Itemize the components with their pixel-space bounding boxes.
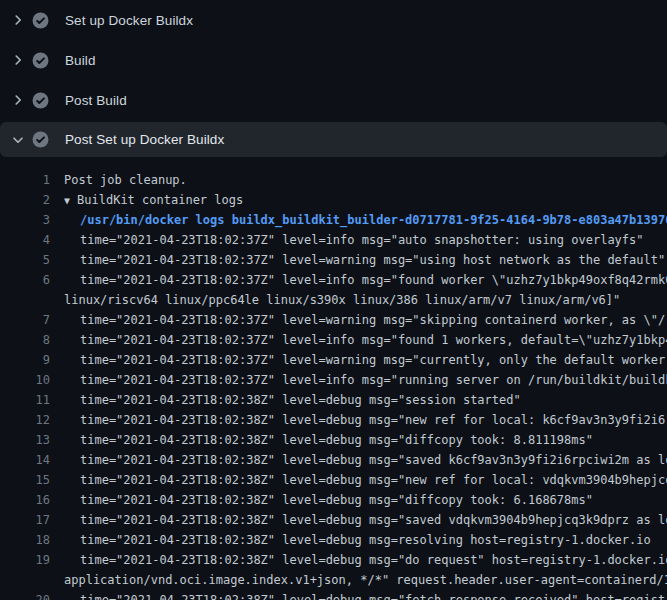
log-line-continuation: application/vnd.oci.image.index.v1+json,…	[0, 570, 667, 590]
log-line-number[interactable]: 14	[0, 450, 50, 470]
log-line-text: time="2021-04-23T18:02:38Z" level=debug …	[64, 510, 667, 530]
log-line: 15 time="2021-04-23T18:02:38Z" level=deb…	[0, 470, 667, 490]
log-line-text: time="2021-04-23T18:02:38Z" level=debug …	[64, 450, 667, 470]
log-line: 9 time="2021-04-23T18:02:37Z" level=warn…	[0, 350, 667, 370]
log-line-number[interactable]: 13	[0, 430, 50, 450]
chevron-right-icon[interactable]	[10, 52, 26, 68]
log-line-text: time="2021-04-23T18:02:38Z" level=debug …	[64, 530, 651, 550]
check-circle-icon	[32, 92, 49, 109]
chevron-down-icon[interactable]	[10, 132, 26, 148]
step-row-post-set-up-docker-buildx[interactable]: Post Set up Docker Buildx	[0, 122, 667, 157]
log-line-number[interactable]: 4	[0, 230, 50, 250]
log-line-text: time="2021-04-23T18:02:38Z" level=debug …	[64, 410, 667, 430]
step-title: Build	[65, 53, 96, 68]
log-line-number[interactable]: 3	[0, 210, 50, 230]
log-line: 1 Post job cleanup.	[0, 170, 667, 190]
log-line: 17 time="2021-04-23T18:02:38Z" level=deb…	[0, 510, 667, 530]
log-line-number[interactable]: 8	[0, 330, 50, 350]
step-title: Post Build	[65, 93, 127, 108]
log-line-number[interactable]: 2	[0, 190, 50, 210]
log-line: 2 ▼BuildKit container logs	[0, 190, 667, 210]
log-line-number[interactable]: 19	[0, 550, 50, 570]
log-line-text: time="2021-04-23T18:02:38Z" level=debug …	[64, 470, 667, 490]
log-line-number[interactable]: 18	[0, 530, 50, 550]
log-line-number[interactable]: 16	[0, 490, 50, 510]
log-line-number[interactable]: 5	[0, 250, 50, 270]
log-viewer: 1 Post job cleanup. 2 ▼BuildKit containe…	[0, 157, 667, 600]
log-line: 19 time="2021-04-23T18:02:38Z" level=deb…	[0, 550, 667, 570]
log-line: 13 time="2021-04-23T18:02:38Z" level=deb…	[0, 430, 667, 450]
log-line-number	[0, 570, 50, 590]
step-row-build[interactable]: Build	[0, 40, 667, 80]
log-line-number[interactable]: 11	[0, 390, 50, 410]
check-circle-icon	[32, 131, 49, 148]
step-row-set-up-docker-buildx[interactable]: Set up Docker Buildx	[0, 0, 667, 40]
log-line: 7 time="2021-04-23T18:02:37Z" level=warn…	[0, 310, 667, 330]
log-line-text: time="2021-04-23T18:02:38Z" level=debug …	[64, 550, 667, 570]
log-line: 8 time="2021-04-23T18:02:37Z" level=info…	[0, 330, 667, 350]
log-line-text: time="2021-04-23T18:02:38Z" level=debug …	[64, 390, 521, 410]
log-line-text: time="2021-04-23T18:02:37Z" level=warnin…	[64, 310, 667, 330]
log-line-text: application/vnd.oci.image.index.v1+json,…	[64, 570, 667, 590]
log-line-number[interactable]: 10	[0, 370, 50, 390]
triangle-down-icon[interactable]: ▼	[64, 191, 70, 210]
log-line-text: ▼BuildKit container logs	[64, 190, 243, 210]
log-line: 4 time="2021-04-23T18:02:37Z" level=info…	[0, 230, 667, 250]
log-line: 10 time="2021-04-23T18:02:37Z" level=inf…	[0, 370, 667, 390]
log-line-text: linux/riscv64 linux/ppc64le linux/s390x …	[64, 290, 620, 310]
log-line-text: time="2021-04-23T18:02:38Z" level=debug …	[64, 430, 593, 450]
log-line: 16 time="2021-04-23T18:02:38Z" level=deb…	[0, 490, 667, 510]
check-circle-icon	[32, 12, 49, 29]
log-line: 18 time="2021-04-23T18:02:38Z" level=deb…	[0, 530, 667, 550]
log-line-continuation: linux/riscv64 linux/ppc64le linux/s390x …	[0, 290, 667, 310]
step-title: Set up Docker Buildx	[65, 13, 193, 28]
log-line: 12 time="2021-04-23T18:02:38Z" level=deb…	[0, 410, 667, 430]
log-line: 20 time="2021-04-23T18:02:38Z" level=deb…	[0, 590, 667, 600]
log-line-number[interactable]: 7	[0, 310, 50, 330]
log-line-number[interactable]: 6	[0, 270, 50, 290]
chevron-right-icon[interactable]	[10, 12, 26, 28]
log-line-number[interactable]: 12	[0, 410, 50, 430]
check-circle-icon	[32, 52, 49, 69]
log-line-text: time="2021-04-23T18:02:37Z" level=warnin…	[64, 250, 665, 270]
log-line-text: time="2021-04-23T18:02:38Z" level=debug …	[64, 590, 667, 600]
log-line-text: time="2021-04-23T18:02:37Z" level=info m…	[64, 230, 644, 250]
log-line-text: time="2021-04-23T18:02:37Z" level=info m…	[64, 270, 667, 290]
log-line-number[interactable]: 9	[0, 350, 50, 370]
log-command-text: /usr/bin/docker logs buildx_buildkit_bui…	[64, 210, 667, 230]
step-title: Post Set up Docker Buildx	[65, 132, 224, 147]
steps-list: Set up Docker Buildx Build Post Build	[0, 0, 667, 157]
step-row-post-build[interactable]: Post Build	[0, 80, 667, 120]
chevron-right-icon[interactable]	[10, 92, 26, 108]
log-line-text: time="2021-04-23T18:02:37Z" level=info m…	[64, 330, 667, 350]
log-line: 3 /usr/bin/docker logs buildx_buildkit_b…	[0, 210, 667, 230]
log-line-number[interactable]: 15	[0, 470, 50, 490]
log-line: 11 time="2021-04-23T18:02:38Z" level=deb…	[0, 390, 667, 410]
log-line-text: time="2021-04-23T18:02:37Z" level=info m…	[64, 370, 667, 390]
log-line-text: time="2021-04-23T18:02:38Z" level=debug …	[64, 490, 593, 510]
log-group-label[interactable]: BuildKit container logs	[77, 193, 243, 207]
log-line: 14 time="2021-04-23T18:02:38Z" level=deb…	[0, 450, 667, 470]
log-line: 6 time="2021-04-23T18:02:37Z" level=info…	[0, 270, 667, 290]
log-line-number[interactable]: 17	[0, 510, 50, 530]
log-line-text: Post job cleanup.	[64, 170, 187, 190]
log-line-number[interactable]: 1	[0, 170, 50, 190]
log-line-number	[0, 290, 50, 310]
log-line: 5 time="2021-04-23T18:02:37Z" level=warn…	[0, 250, 667, 270]
log-line-number[interactable]: 20	[0, 590, 50, 600]
log-line-text: time="2021-04-23T18:02:37Z" level=warnin…	[64, 350, 667, 370]
